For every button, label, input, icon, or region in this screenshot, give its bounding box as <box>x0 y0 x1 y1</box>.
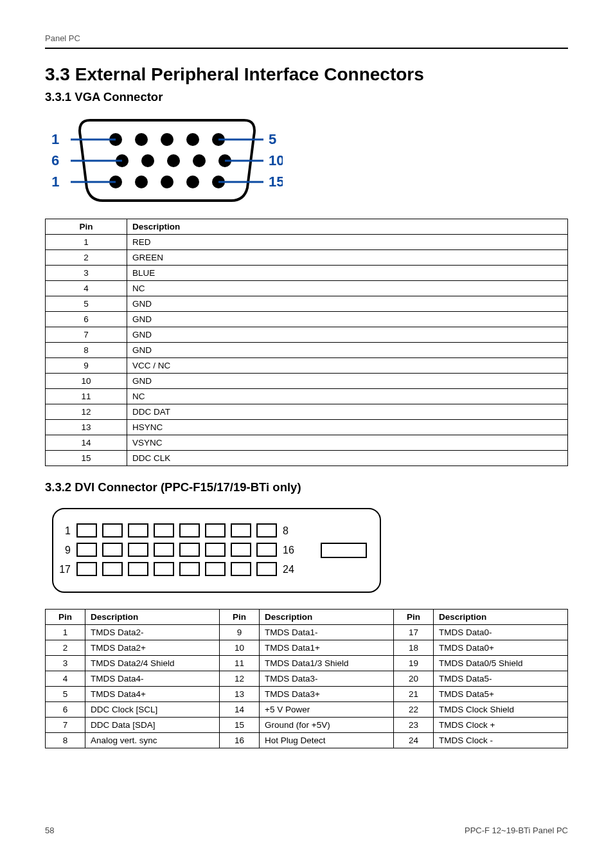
pin-cell: 18 <box>394 640 434 656</box>
pin-cell: 1 <box>46 235 127 250</box>
desc-cell: GREEN <box>127 250 568 266</box>
desc-cell: TMDS Data1- <box>260 625 394 640</box>
pin-cell: 1 <box>46 625 85 640</box>
svg-point-2 <box>161 133 173 146</box>
table-row: 5GND <box>46 296 568 312</box>
dvi-pin16-label: 16 <box>283 545 294 556</box>
pin-cell: 16 <box>220 733 260 748</box>
table-row: 3TMDS Data2/4 Shield11TMDS Data1/3 Shiel… <box>46 656 568 671</box>
desc-cell: TMDS Data5+ <box>434 687 568 702</box>
desc-cell: TMDS Data2/4 Shield <box>85 656 220 671</box>
svg-rect-22 <box>77 524 96 537</box>
svg-rect-38 <box>77 563 96 575</box>
pin-cell: 8 <box>46 733 85 748</box>
vga-pin10-label: 10 <box>269 152 283 168</box>
section-title: 3.3 External Peripheral Interface Connec… <box>45 64 568 85</box>
pin-cell: 4 <box>46 281 127 296</box>
pin-cell: 10 <box>46 374 127 389</box>
desc-cell: Hot Plug Detect <box>260 733 394 748</box>
svg-rect-31 <box>103 543 122 556</box>
table-row: 1TMDS Data2-9TMDS Data1-17TMDS Data0- <box>46 625 568 640</box>
desc-cell: GND <box>127 374 568 389</box>
desc-cell: NC <box>127 389 568 404</box>
pin-cell: 6 <box>46 702 85 718</box>
dvi-blade-slot <box>321 543 366 557</box>
pin-cell: 14 <box>46 435 127 451</box>
page-number: 58 <box>45 826 54 835</box>
table-row: 9VCC / NC <box>46 358 568 374</box>
svg-rect-24 <box>129 524 148 537</box>
vga-connector-diagram: 1 6 11 5 10 15 <box>51 111 568 210</box>
svg-rect-35 <box>206 543 225 556</box>
svg-rect-25 <box>154 524 173 537</box>
desc-cell: VSYNC <box>127 435 568 451</box>
desc-cell: TMDS Data4- <box>85 671 220 687</box>
pin-cell: 21 <box>394 687 434 702</box>
pin-cell: 13 <box>220 687 260 702</box>
footer-model: PPC-F 12~19-BTi Panel PC <box>465 826 568 835</box>
pin-cell: 8 <box>46 343 127 358</box>
dvi-connector-diagram: 1 9 17 8 16 24 <box>51 507 568 596</box>
desc-cell: GND <box>127 296 568 312</box>
svg-rect-37 <box>257 543 276 556</box>
table-row: 14VSYNC <box>46 435 568 451</box>
desc-cell: GND <box>127 327 568 343</box>
pin-cell: 15 <box>220 718 260 733</box>
svg-rect-29 <box>257 524 276 537</box>
svg-point-7 <box>167 154 180 167</box>
table-row: 8GND <box>46 343 568 358</box>
svg-rect-44 <box>231 563 251 575</box>
svg-rect-40 <box>129 563 148 575</box>
desc-cell: TMDS Data2+ <box>85 640 220 656</box>
svg-rect-32 <box>129 543 148 556</box>
svg-rect-23 <box>103 524 122 537</box>
svg-point-11 <box>135 176 148 188</box>
desc-cell: GND <box>127 343 568 358</box>
pin-cell: 13 <box>46 420 127 435</box>
desc-cell: TMDS Data0+ <box>434 640 568 656</box>
dvi-col-pin1: Pin <box>46 610 85 625</box>
svg-point-3 <box>186 133 199 146</box>
vga-col-pin: Pin <box>46 219 127 235</box>
desc-cell: TMDS Data0- <box>434 625 568 640</box>
svg-rect-42 <box>180 563 199 575</box>
pin-cell: 2 <box>46 640 85 656</box>
desc-cell: BLUE <box>127 266 568 281</box>
pin-cell: 9 <box>220 625 260 640</box>
vga-pin1-label: 1 <box>51 131 59 147</box>
pin-cell: 17 <box>394 625 434 640</box>
svg-rect-27 <box>206 524 225 537</box>
pin-cell: 3 <box>46 266 127 281</box>
desc-cell: +5 V Power <box>260 702 394 718</box>
pin-cell: 22 <box>394 702 434 718</box>
svg-point-1 <box>135 133 148 146</box>
vga-col-desc: Description <box>127 219 568 235</box>
vga-pin11-label: 11 <box>51 174 59 190</box>
svg-rect-45 <box>257 563 276 575</box>
dvi-col-pin3: Pin <box>394 610 434 625</box>
dvi-pin1-label: 1 <box>65 525 71 536</box>
dvi-pin17-label: 17 <box>59 564 71 575</box>
page-footer: 58 PPC-F 12~19-BTi Panel PC <box>45 826 568 835</box>
table-row: 4NC <box>46 281 568 296</box>
pin-cell: 11 <box>220 656 260 671</box>
pin-cell: 3 <box>46 656 85 671</box>
desc-cell: TMDS Data2- <box>85 625 220 640</box>
table-row: 11NC <box>46 389 568 404</box>
pin-cell: 2 <box>46 250 127 266</box>
table-row: 7GND <box>46 327 568 343</box>
vga-pin5-label: 5 <box>269 131 276 147</box>
svg-rect-39 <box>103 563 122 575</box>
table-row: 8Analog vert. sync16Hot Plug Detect24TMD… <box>46 733 568 748</box>
svg-rect-41 <box>154 563 173 575</box>
desc-cell: TMDS Data3+ <box>260 687 394 702</box>
vga-connector-icon: 1 6 11 5 10 15 <box>51 111 283 207</box>
vga-pinout-table: Pin Description 1RED2GREEN3BLUE4NC5GND6G… <box>45 219 568 466</box>
vga-pin15-label: 15 <box>269 174 283 190</box>
table-row: 2GREEN <box>46 250 568 266</box>
desc-cell: TMDS Clock + <box>434 718 568 733</box>
pin-cell: 19 <box>394 656 434 671</box>
table-row: 2TMDS Data2+10TMDS Data1+18TMDS Data0+ <box>46 640 568 656</box>
svg-rect-26 <box>180 524 199 537</box>
header-rule <box>45 48 568 49</box>
